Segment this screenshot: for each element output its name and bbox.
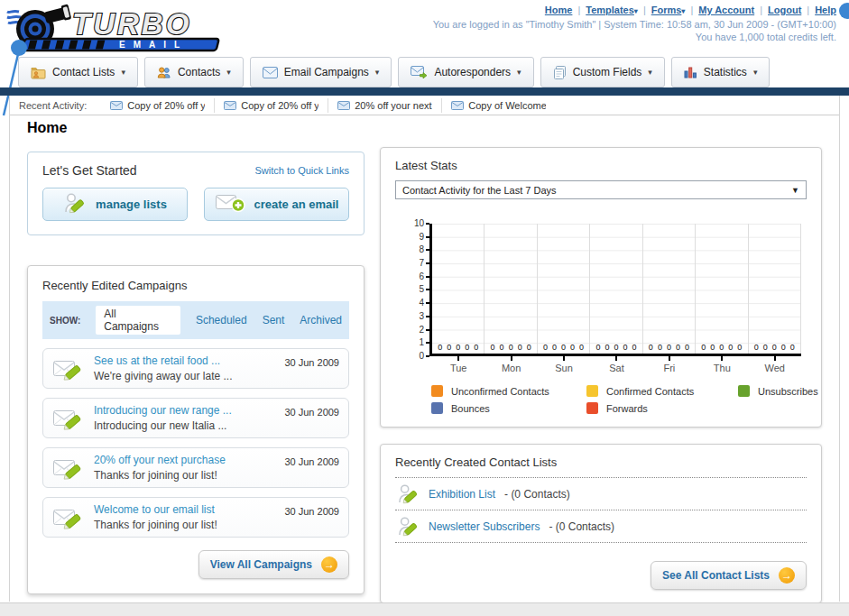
header-link-templates[interactable]: Templates ▾ (586, 5, 638, 15)
view-all-campaigns-label: View All Campaigns (210, 558, 312, 571)
campaign-item[interactable]: 20% off your next purchaseThanks for joi… (42, 447, 349, 488)
campaign-title-link[interactable]: Introducing our new range ... (94, 404, 275, 417)
campaign-title-link[interactable]: Welcome to our email list (94, 503, 275, 516)
filter-sent[interactable]: Sent (263, 314, 285, 326)
campaign-item[interactable]: See us at the retail food ...We're givin… (42, 348, 349, 389)
bar-value: 0 (579, 343, 584, 352)
contact-lists-title: Recently Created Contact Lists (395, 455, 807, 469)
bar-value: 0 (719, 343, 724, 352)
bar-value-labels: 00000 (643, 343, 695, 352)
recent-activity-item[interactable]: Copy of Welcome to (442, 98, 555, 113)
campaign-text: See us at the retail food ...We're givin… (94, 354, 275, 382)
x-axis-label-mon: Mon (484, 356, 537, 373)
contact-list-item[interactable]: Exhibition List- (0 Contacts) (395, 478, 807, 510)
contact-list-item[interactable]: Newsletter Subscribers- (0 Contacts) (395, 510, 807, 543)
chart-legend: Unconfirmed ContactsConfirmed ContactsUn… (431, 385, 807, 414)
campaign-item[interactable]: Welcome to our email listThanks for join… (42, 497, 349, 538)
envelope-small-icon (451, 101, 464, 110)
header-link-logout[interactable]: Logout (768, 5, 801, 15)
x-axis-label-fri: Fri (643, 356, 696, 373)
bar-value-labels: 00000 (696, 343, 747, 352)
recently-created-contact-lists-panel: Recently Created Contact Lists Exhibitio… (380, 444, 822, 603)
bar-value-labels: 00000 (749, 343, 800, 352)
campaign-title-link[interactable]: 20% off your next purchase (94, 454, 275, 466)
latest-stats-title: Latest Stats (395, 159, 807, 172)
filter-scheduled[interactable]: Scheduled (196, 314, 247, 326)
legend-swatch (431, 385, 443, 397)
recent-activity-text: 20% off your next p (355, 100, 432, 111)
bar-value: 0 (772, 343, 777, 352)
campaign-title-link[interactable]: See us at the retail food ... (94, 354, 275, 367)
create-email-button[interactable]: create an email (204, 188, 349, 221)
contact-list-link[interactable]: Exhibition List (429, 488, 495, 501)
contact-list-link[interactable]: Newsletter Subscribers (429, 520, 540, 533)
autoresponder-envelope-icon (411, 66, 428, 78)
header-link-home[interactable]: Home (545, 5, 573, 15)
bar-value: 0 (456, 343, 460, 352)
separator: | (643, 5, 646, 15)
chart-x-axis: TueMonSunSatFriThuWed (432, 356, 801, 373)
tab-contact-lists[interactable]: Contact Lists▾ (18, 57, 138, 87)
tab-custom-fields[interactable]: Custom Fields▾ (540, 57, 665, 87)
recent-activity-item[interactable]: Copy of 20% off yo (101, 98, 215, 113)
envelope-pencil-icon (52, 505, 85, 530)
person-pencil-icon (397, 515, 420, 538)
campaign-subtitle: We're giving away our late ... (94, 370, 275, 382)
chart-y-axis: 109876543210 (408, 224, 429, 356)
see-all-contact-lists-label: See All Contact Lists (662, 569, 770, 582)
envelope-plus-icon (215, 192, 245, 216)
tab-email-campaigns[interactable]: Email Campaigns▾ (250, 57, 392, 87)
legend-label: Unconfirmed Contacts (451, 386, 549, 397)
header-link-forms[interactable]: Forms ▾ (651, 5, 686, 15)
campaign-text: Introducing our new range ...Introducing… (94, 404, 275, 432)
envelope-pencil-icon (52, 455, 85, 481)
bar-value: 0 (561, 343, 566, 352)
envelope-small-icon (337, 101, 350, 110)
recent-activity-text: Copy of 20% off yo (127, 100, 205, 111)
chevron-down-icon: ▾ (517, 68, 521, 77)
x-tick-mark (563, 356, 565, 361)
tab-contacts[interactable]: Contacts▾ (144, 57, 244, 87)
bar-value: 0 (623, 343, 627, 352)
latest-stats-panel: Latest Stats Contact Activity for the La… (380, 147, 822, 428)
create-email-label: create an email (254, 198, 339, 211)
chevron-down-icon: ▾ (753, 68, 758, 77)
get-started-title: Let's Get Started (42, 163, 137, 178)
campaigns-title: Recently Edited Campaigns (42, 279, 349, 292)
tab-label: Custom Fields (573, 66, 642, 78)
envelope-small-icon (224, 101, 236, 110)
manage-lists-button[interactable]: manage lists (42, 188, 188, 221)
header-link-my-account[interactable]: My Account (698, 5, 754, 15)
recent-activity-item[interactable]: 20% off your next p (328, 98, 442, 113)
separator: | (807, 5, 809, 15)
campaign-item[interactable]: Introducing our new range ...Introducing… (42, 398, 349, 438)
header-link-help[interactable]: Help (815, 5, 836, 15)
recent-activity-text: Copy of 20% off yo (241, 100, 318, 111)
filter-archived[interactable]: Archived (300, 314, 342, 326)
x-tick-mark (511, 356, 512, 361)
recent-activity-item[interactable]: Copy of 20% off yo (215, 98, 328, 113)
show-label: SHOW: (50, 316, 80, 326)
legend-label: Bounces (451, 403, 490, 414)
stats-period-dropdown[interactable]: Contact Activity for the Last 7 Days ▼ (395, 180, 807, 199)
bar-value-labels: 00000 (590, 343, 641, 352)
view-all-campaigns-button[interactable]: View All Campaigns → (198, 550, 349, 579)
envelope-pencil-icon (52, 356, 85, 382)
legend-swatch (431, 402, 443, 414)
bar-value: 0 (781, 343, 786, 352)
turbo-email-logo[interactable]: TURBO EMAIL (5, 2, 242, 58)
get-started-panel: Let's Get Started Switch to Quick Links (27, 152, 365, 235)
header-links: Home|Templates ▾|Forms ▾|My Account|Logo… (545, 5, 836, 15)
tab-statistics[interactable]: Statistics▾ (671, 57, 771, 87)
switch-quick-links[interactable]: Switch to Quick Links (254, 165, 349, 176)
bar-value-labels: 00000 (538, 343, 589, 352)
bar-value: 0 (543, 343, 548, 352)
see-all-contact-lists-button[interactable]: See All Contact Lists → (651, 561, 807, 590)
filter-all-campaigns[interactable]: All Campaigns (96, 306, 180, 335)
x-tick-mark (615, 356, 617, 361)
tab-autoresponders[interactable]: Autoresponders▾ (398, 57, 533, 87)
contact-list-items: Exhibition List- (0 Contacts)Newsletter … (395, 478, 807, 543)
person-pencil-icon (63, 191, 87, 217)
chart-day-column-thu: 00000 (696, 224, 748, 354)
bar-value: 0 (491, 343, 495, 352)
